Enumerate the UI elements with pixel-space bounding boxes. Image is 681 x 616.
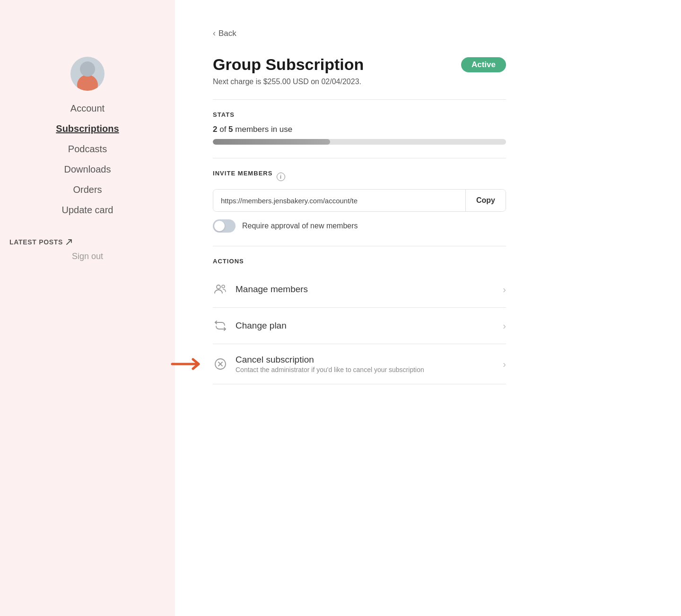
sidebar-item-downloads[interactable]: Downloads <box>0 160 175 179</box>
action-left-manage: Manage members <box>213 282 308 297</box>
stats-total: 5 <box>228 125 233 134</box>
page-header: Group Subscription Active <box>213 55 506 74</box>
info-icon: i <box>277 173 285 181</box>
status-badge: Active <box>461 57 506 72</box>
change-plan-title: Change plan <box>236 321 287 331</box>
sidebar-nav: Account Subscriptions Podcasts Downloads… <box>0 99 175 261</box>
invite-label-row: INVITE MEMBERS i <box>213 170 506 183</box>
actions-label: ACTIONS <box>213 258 506 265</box>
action-left-change-plan: Change plan <box>213 318 287 333</box>
invite-divider <box>213 246 506 246</box>
toggle-row: Require approval of new members <box>213 219 506 233</box>
stats-section: STATS 2 of 5 members in use <box>213 111 506 145</box>
cancel-icon <box>213 356 228 372</box>
cancel-subscription-chevron: › <box>503 359 506 370</box>
cancel-subscription-title: Cancel subscription <box>236 355 424 365</box>
sidebar-item-update-card[interactable]: Update card <box>0 201 175 219</box>
stats-description: members in use <box>235 125 292 134</box>
action-cancel-subscription[interactable]: Cancel subscription Contact the administ… <box>213 344 506 384</box>
invite-url-input[interactable] <box>213 190 465 211</box>
change-plan-chevron: › <box>503 321 506 331</box>
approval-toggle[interactable] <box>213 219 236 233</box>
invite-label: INVITE MEMBERS <box>213 170 273 177</box>
invite-input-row: Copy <box>213 189 506 212</box>
avatar-body <box>77 75 98 91</box>
invite-section: INVITE MEMBERS i Copy Require approval o… <box>213 170 506 233</box>
avatar-head <box>80 61 95 77</box>
stats-label: STATS <box>213 111 506 118</box>
progress-bar-background <box>213 139 506 145</box>
action-change-plan[interactable]: Change plan › <box>213 308 506 344</box>
change-plan-icon <box>213 318 228 333</box>
stats-used: 2 <box>213 125 217 134</box>
sidebar-item-sign-out[interactable]: Sign out <box>0 252 175 261</box>
back-label: Back <box>218 29 236 38</box>
toggle-knob <box>214 221 225 231</box>
page-title: Group Subscription <box>213 55 364 74</box>
copy-button[interactable]: Copy <box>465 190 506 211</box>
main-content: ‹ Back Group Subscription Active Next ch… <box>175 0 544 616</box>
cancel-text-wrap: Cancel subscription Contact the administ… <box>236 355 424 373</box>
toggle-label: Require approval of new members <box>242 222 358 230</box>
manage-members-chevron: › <box>503 284 506 295</box>
sidebar-item-account[interactable]: Account <box>0 99 175 118</box>
stats-text: 2 of 5 members in use <box>213 125 506 134</box>
actions-section: ACTIONS Manage members › <box>213 258 506 384</box>
manage-members-title: Manage members <box>236 284 308 295</box>
svg-point-1 <box>222 285 225 288</box>
sidebar-item-subscriptions[interactable]: Subscriptions <box>0 120 175 138</box>
sidebar-item-podcasts[interactable]: Podcasts <box>0 140 175 158</box>
stats-separator: of <box>219 125 228 134</box>
manage-members-icon <box>213 282 228 297</box>
nav-divider <box>0 221 175 233</box>
sidebar-item-orders[interactable]: Orders <box>0 181 175 199</box>
back-chevron-icon: ‹ <box>213 28 216 38</box>
progress-bar-fill <box>213 139 330 145</box>
back-link[interactable]: ‹ Back <box>213 28 506 38</box>
next-charge-text: Next charge is $255.00 USD on 02/04/2023… <box>213 78 506 86</box>
external-link-icon <box>66 239 72 245</box>
action-manage-members[interactable]: Manage members › <box>213 271 506 308</box>
sidebar: Account Subscriptions Podcasts Downloads… <box>0 0 175 616</box>
annotation-arrow <box>170 356 208 372</box>
action-left-cancel: Cancel subscription Contact the administ… <box>213 355 424 373</box>
latest-posts-label: LATEST POSTS <box>9 238 63 246</box>
avatar <box>70 57 105 91</box>
stats-divider <box>213 158 506 158</box>
svg-point-0 <box>217 285 220 289</box>
header-divider <box>213 99 506 100</box>
cancel-subscription-subtitle: Contact the administrator if you'd like … <box>236 366 424 373</box>
